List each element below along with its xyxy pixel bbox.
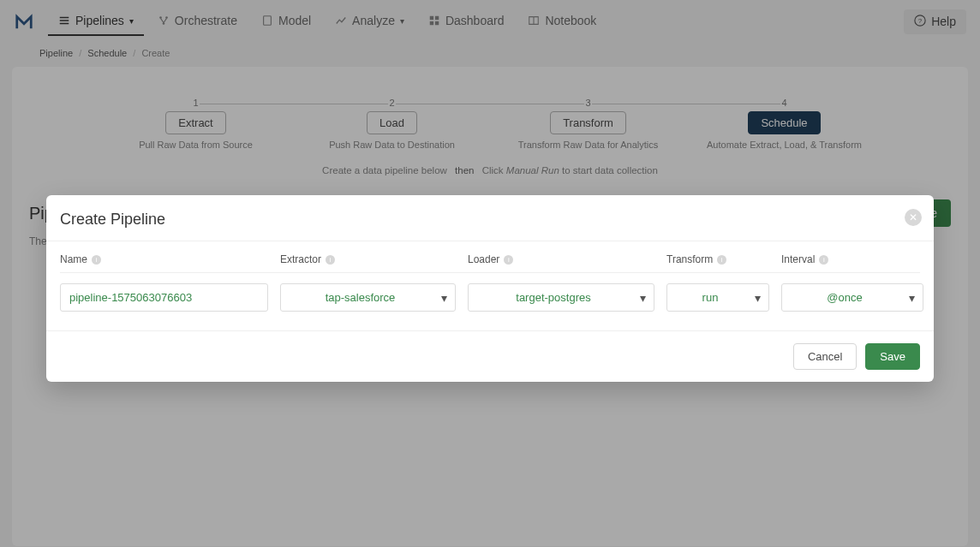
transform-select[interactable]: run (666, 283, 769, 312)
close-icon[interactable]: ✕ (905, 209, 922, 226)
name-input[interactable] (60, 283, 268, 312)
extractor-select[interactable]: tap-salesforce (280, 283, 456, 312)
info-icon[interactable]: i (326, 255, 335, 265)
label-interval: Intervali (781, 253, 923, 265)
info-icon[interactable]: i (504, 255, 513, 265)
loader-select[interactable]: target-postgres (468, 283, 654, 312)
modal-title: Create Pipeline (46, 195, 934, 241)
info-icon[interactable]: i (92, 255, 101, 265)
info-icon[interactable]: i (717, 255, 726, 265)
interval-select[interactable]: @once (781, 283, 923, 312)
cancel-button[interactable]: Cancel (793, 343, 857, 370)
modal-overlay[interactable]: ✕ Create Pipeline Namei Extractori Loade… (0, 0, 980, 547)
create-pipeline-modal: ✕ Create Pipeline Namei Extractori Loade… (46, 195, 934, 382)
label-name: Namei (60, 253, 268, 265)
label-extractor: Extractori (280, 253, 456, 265)
label-transform: Transformi (666, 253, 769, 265)
info-icon[interactable]: i (819, 255, 828, 265)
save-button[interactable]: Save (865, 343, 920, 370)
label-loader: Loaderi (468, 253, 654, 265)
